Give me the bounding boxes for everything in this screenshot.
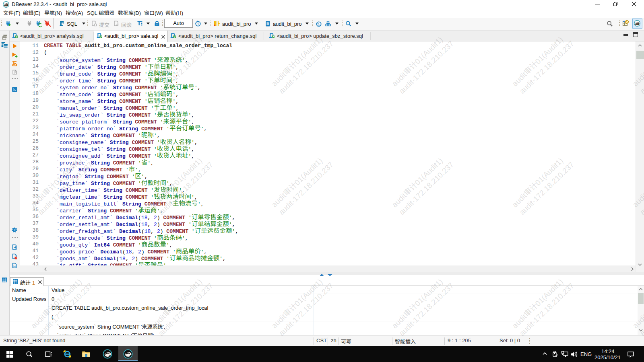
svg-text:(x): (x) <box>13 265 16 267</box>
